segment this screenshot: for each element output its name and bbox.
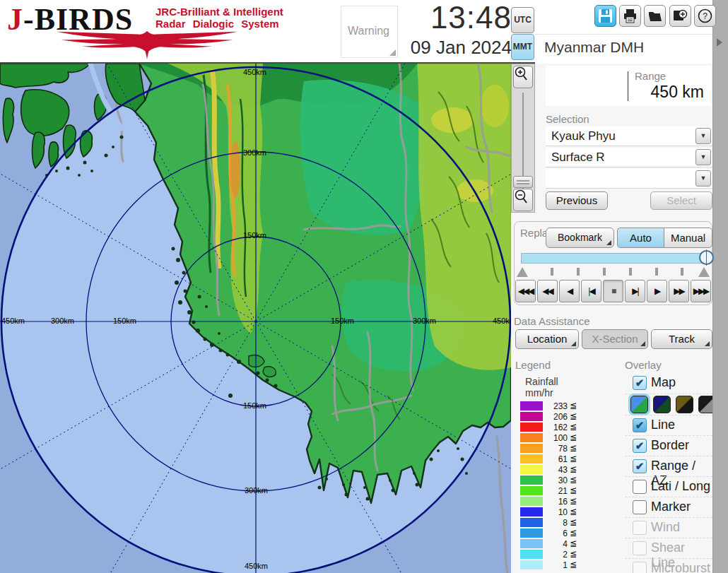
ring-label: 450km [245, 562, 268, 570]
chevron-down-icon[interactable]: ▼ [695, 128, 711, 144]
legend-value: 16 [546, 497, 568, 507]
utc-button[interactable]: UTC [511, 7, 534, 33]
legend-row: 8≦ [515, 517, 621, 528]
legend-row: 6≦ [515, 528, 621, 538]
legend-value: 78 [546, 444, 568, 454]
overlay-row-line: ✔Line [625, 415, 712, 435]
jump-backward-button[interactable]: ◀◀◀ [515, 280, 536, 302]
zoom-in-button[interactable] [513, 66, 533, 88]
overlay-row-wind: ✔Wind [625, 517, 712, 538]
option-dropdown[interactable]: ▼ [546, 169, 712, 189]
zoom-slider-handle[interactable] [513, 176, 533, 188]
image-plus-icon [673, 8, 688, 23]
ring-label: 300km [243, 148, 266, 157]
legend-value: 30 [546, 475, 568, 485]
stop-button[interactable]: ■ [603, 280, 623, 302]
less-equal-icon: ≦ [570, 528, 577, 538]
overlay-row-lati-long: ✔Lati / Long [625, 476, 712, 497]
lati-long-checkbox[interactable]: ✔ [633, 480, 647, 494]
track-button[interactable]: Track [651, 329, 712, 349]
overlay-label: Overlay [625, 359, 662, 371]
play-backward-button[interactable]: ◀ [559, 280, 580, 302]
map-style-olive-black[interactable] [676, 396, 693, 413]
radar-map-viewport[interactable]: 450km300km150km150km300km450km450km300km… [0, 64, 511, 573]
open-folder-button[interactable] [644, 5, 666, 27]
help-button[interactable]: ? [694, 5, 716, 27]
bookmark-button[interactable]: Bookmark [546, 228, 614, 248]
legend-value: 2 [546, 550, 568, 560]
legend-swatch [520, 550, 543, 559]
marker-checkbox[interactable]: ✔ [633, 500, 647, 514]
legend-value: 43 [546, 465, 568, 475]
manual-mode-button[interactable]: Manual [664, 228, 712, 248]
capture-button[interactable] [669, 5, 691, 27]
border-checkbox[interactable]: ✔ [633, 439, 647, 453]
ring-label: 300km [51, 317, 74, 325]
open-folder-icon [647, 8, 662, 23]
range-az-checkbox[interactable]: ✔ [633, 459, 647, 473]
previous-button[interactable]: Previous [546, 191, 608, 210]
shear-line-checkbox: ✔ [633, 541, 647, 555]
fast-backward-button[interactable]: ◀◀ [537, 280, 558, 302]
step-first-button[interactable]: |◀ [581, 280, 601, 302]
line-checkbox[interactable]: ✔ [633, 418, 647, 432]
ring-label: 450km [243, 68, 266, 76]
range-end-marker[interactable] [698, 267, 710, 277]
jump-forward-button[interactable]: ▶▶▶ [691, 280, 711, 302]
print-button[interactable] [619, 5, 641, 27]
overlay-row-range-az: ✔Range / AZ [625, 456, 712, 476]
save-button[interactable] [594, 5, 616, 27]
menu-corner-icon [606, 240, 611, 245]
play-forward-button[interactable]: ▶ [647, 280, 667, 302]
fast-forward-button[interactable]: ▶▶ [669, 280, 689, 302]
less-equal-icon: ≦ [570, 422, 577, 432]
location-button[interactable]: Location [515, 329, 579, 349]
legend-row: 2≦ [515, 549, 621, 560]
ring-label: 150km [331, 317, 354, 325]
product-dropdown[interactable]: Surface R ▼ [546, 148, 712, 167]
legend-row: 78≦ [515, 443, 621, 454]
legend-swatch [520, 539, 543, 548]
slider-tick [681, 268, 683, 276]
jbirds-app: 450km300km150km150km300km450km450km300km… [0, 0, 728, 573]
chevron-down-icon[interactable]: ▼ [695, 170, 711, 187]
auto-mode-button[interactable]: Auto [617, 228, 664, 248]
panel-collapse-strip[interactable] [712, 0, 728, 573]
menu-corner-icon [640, 341, 645, 346]
zoom-out-button[interactable] [513, 189, 533, 211]
legend-label: Legend [515, 359, 551, 371]
legend-value: 61 [546, 454, 568, 464]
legend-value: 4 [546, 539, 568, 549]
less-equal-icon: ≦ [570, 432, 577, 442]
legend-value: 233 [546, 401, 568, 411]
slider-tick [603, 268, 606, 276]
mmt-button[interactable]: MMT [511, 34, 534, 60]
legend-value: 10 [546, 507, 568, 517]
date-value: 09 Jan 2024 [390, 35, 512, 59]
step-last-button[interactable]: ▶| [625, 280, 645, 302]
legend-row: 233≦ [515, 401, 621, 411]
site-dropdown[interactable]: Kyauk Phyu ▼ [546, 126, 712, 146]
replay-slider-handle[interactable] [699, 250, 714, 265]
select-button[interactable]: Select [650, 191, 712, 210]
legend-row: 162≦ [515, 422, 621, 432]
wind-checkbox: ✔ [633, 521, 647, 535]
range-start-marker[interactable] [517, 267, 528, 277]
x-section-button[interactable]: X-Section [582, 329, 648, 349]
legend-row: 10≦ [515, 507, 621, 517]
less-equal-icon: ≦ [570, 507, 577, 516]
legend-row: 4≦ [515, 538, 621, 549]
legend-swatch [520, 444, 543, 453]
chevron-down-icon[interactable]: ▼ [695, 149, 711, 165]
legend-row: 30≦ [515, 475, 621, 485]
overlay-options: ✔Map✔Line✔Border✔Range / AZ✔Lati / Long✔… [625, 373, 712, 573]
map-style-navy-darkgreen[interactable] [653, 396, 671, 413]
legend-swatch [520, 560, 543, 569]
less-equal-icon: ≦ [570, 475, 577, 485]
warning-dropdown[interactable]: Warning [341, 6, 398, 58]
map-checkbox[interactable]: ✔ [633, 376, 647, 390]
map-style-blue-green[interactable] [630, 396, 648, 413]
replay-slider-track[interactable] [521, 253, 709, 264]
slider-tick [551, 268, 553, 276]
overlay-row-marker: ✔Marker [625, 497, 712, 517]
